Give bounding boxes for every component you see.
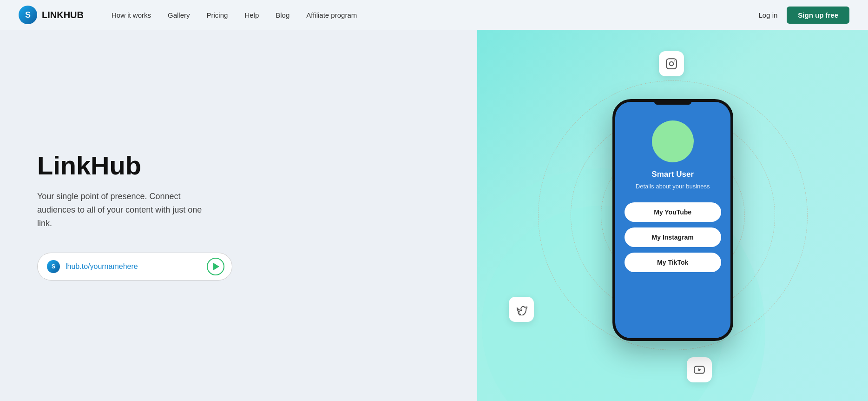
navbar: S LINKHUB How it works Gallery Pricing H…: [0, 0, 868, 30]
nav-link-gallery[interactable]: Gallery: [168, 11, 190, 19]
svg-point-1: [669, 62, 673, 66]
logo[interactable]: S LINKHUB: [19, 6, 84, 24]
nav-link-how-it-works[interactable]: How it works: [112, 11, 151, 19]
right-panel: Smart User Details about your business M…: [477, 30, 868, 401]
svg-marker-4: [698, 368, 702, 372]
logo-icon: S: [19, 6, 37, 24]
nav-link-pricing[interactable]: Pricing: [207, 11, 228, 19]
nav-link-help[interactable]: Help: [244, 11, 259, 19]
url-input-wrap: S lhub.to/yournamehere: [37, 253, 232, 281]
nav-link-blog[interactable]: Blog: [276, 11, 289, 19]
nav-links: How it works Gallery Pricing Help Blog A…: [112, 11, 758, 19]
url-go-button[interactable]: [207, 258, 224, 275]
signup-button[interactable]: Sign up free: [787, 7, 849, 24]
phone-description: Details about your business: [636, 182, 710, 191]
hero-subtitle: Your single point of presence. Connect a…: [37, 190, 214, 230]
phone-mockup: Smart User Details about your business M…: [612, 99, 733, 341]
linkhub-logo-small: S: [47, 260, 60, 273]
play-arrow-icon: [213, 263, 219, 270]
url-display: lhub.to/yournamehere: [66, 262, 201, 271]
nav-link-affiliate[interactable]: Affiliate program: [306, 11, 357, 19]
phone-button-instagram[interactable]: My Instagram: [625, 227, 721, 247]
youtube-floating-icon: [687, 357, 712, 382]
nav-right: Log in Sign up free: [758, 7, 849, 24]
login-button[interactable]: Log in: [758, 11, 777, 19]
avatar: [652, 120, 694, 162]
svg-rect-0: [666, 59, 677, 69]
phone-button-tiktok[interactable]: My TikTok: [625, 253, 721, 272]
page: LinkHub Your single point of presence. C…: [0, 0, 868, 401]
logo-text: LINKHUB: [42, 10, 84, 20]
phone-button-youtube[interactable]: My YouTube: [625, 202, 721, 222]
url-prefix: lhub.to/: [66, 262, 90, 270]
phone-container: Smart User Details about your business M…: [612, 99, 733, 341]
hero-title: LinkHub: [37, 150, 440, 180]
left-panel: LinkHub Your single point of presence. C…: [0, 30, 477, 401]
phone-username: Smart User: [651, 170, 694, 179]
svg-point-2: [674, 60, 675, 61]
twitter-floating-icon: [509, 297, 534, 322]
url-placeholder: yournamehere: [90, 262, 138, 270]
instagram-floating-icon: [659, 51, 684, 76]
